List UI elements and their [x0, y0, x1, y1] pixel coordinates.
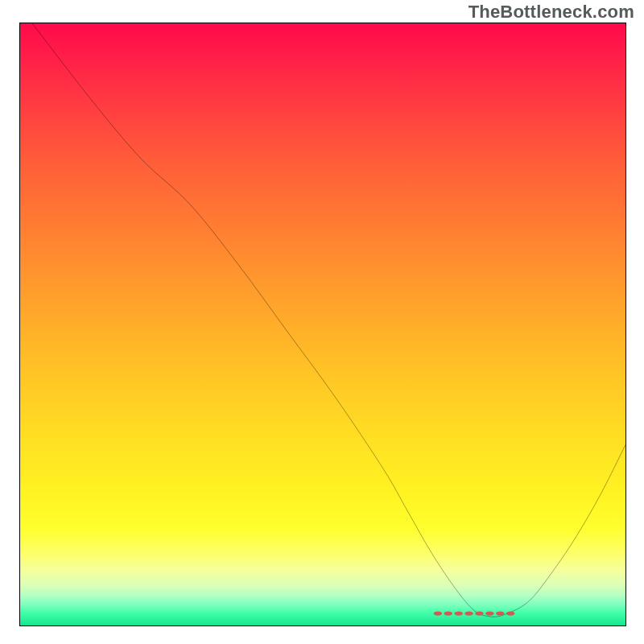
valley-dot	[496, 611, 505, 615]
plot-area	[19, 23, 626, 626]
chart-svg	[20, 23, 625, 625]
valley-dot	[464, 611, 473, 615]
valley-dot	[434, 611, 443, 615]
valley-dot	[506, 611, 515, 615]
watermark-label: TheBottleneck.com	[469, 2, 634, 23]
valley-dot	[475, 611, 484, 615]
chart-stage: TheBottleneck.com	[0, 0, 644, 644]
valley-dot	[444, 611, 453, 615]
valley-dot	[485, 611, 494, 615]
valley-dot	[454, 611, 463, 615]
valley-marker	[434, 611, 515, 615]
bottleneck-curve	[32, 23, 625, 617]
